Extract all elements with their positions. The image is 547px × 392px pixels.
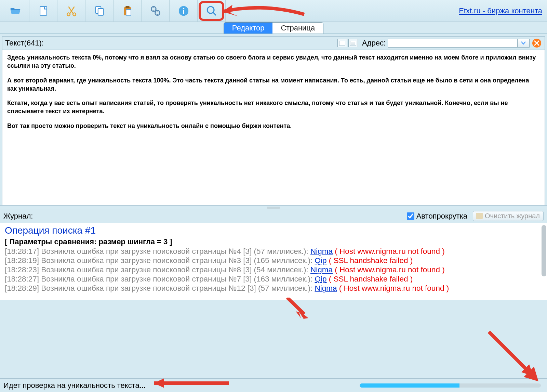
stop-button[interactable] (532, 38, 542, 48)
autoscroll-checkbox[interactable] (407, 212, 414, 220)
svg-rect-4 (98, 8, 103, 15)
operation-title: Операция поиска #1 (5, 225, 542, 236)
engine-link[interactable]: Nigma (315, 284, 337, 292)
arrow-annotation (485, 328, 544, 387)
engine-link[interactable]: Qip (315, 275, 326, 283)
svg-point-2 (73, 13, 76, 16)
address-label: Адрес: (362, 39, 386, 48)
paragraph: Кстати, когда у вас есть опыт написания … (7, 99, 540, 116)
clear-journal-button[interactable]: Очистить журнал (473, 211, 544, 221)
tab-page[interactable]: Страница (272, 23, 323, 34)
text-count-label: Текст(641): (5, 39, 44, 48)
log-line: [18:28:19] Возникла ошибка при загрузке … (5, 256, 542, 265)
svg-point-11 (183, 8, 184, 9)
svg-rect-12 (183, 10, 184, 14)
info-button[interactable] (170, 0, 198, 22)
view-detail-button[interactable] (348, 39, 358, 47)
paste-button[interactable] (114, 0, 142, 22)
splitter[interactable] (0, 205, 547, 209)
editor-textarea[interactable]: Здесь уникальность текста 0%, потому что… (2, 50, 545, 205)
params-line: [ Параметры сравнения: размер шингла = 3… (5, 237, 542, 246)
engine-link[interactable]: Qip (315, 256, 326, 265)
view-simple-button[interactable] (337, 39, 347, 47)
progress-bar (360, 383, 541, 388)
address-input[interactable] (388, 39, 518, 48)
open-button[interactable] (1, 0, 29, 22)
highlight-annotation (199, 1, 224, 21)
svg-rect-7 (126, 9, 131, 15)
etxt-link[interactable]: Etxt.ru - биржа контента (459, 6, 542, 15)
svg-point-1 (67, 13, 70, 16)
status-text: Идет проверка на уникальность текста... (3, 381, 146, 390)
journal-title: Журнал: (3, 212, 33, 221)
svg-rect-14 (339, 41, 345, 45)
paragraph: А вот второй вариант, где уникальность т… (7, 76, 540, 93)
log-line: [18:28:29] Возникла ошибка при загрузке … (5, 284, 542, 293)
engine-link[interactable]: Nigma (310, 247, 333, 256)
copy-button[interactable] (85, 0, 114, 22)
log-line: [18:28:27] Возникла ошибка при загрузке … (5, 275, 542, 284)
address-dropdown[interactable] (517, 39, 530, 48)
status-bar: Идет проверка на уникальность текста... (0, 378, 547, 392)
scrollbar-thumb[interactable] (542, 225, 546, 276)
tab-editor[interactable]: Редактор (224, 23, 273, 34)
log-line: [18:28:17] Возникла ошибка при загрузке … (5, 247, 542, 256)
journal-body: Операция поиска #1 [ Параметры сравнения… (0, 223, 547, 300)
svg-rect-6 (125, 6, 129, 8)
paragraph: Здесь уникальность текста 0%, потому что… (7, 53, 540, 70)
new-button[interactable] (29, 0, 57, 22)
search-button[interactable] (198, 0, 226, 22)
arrow-annotation (284, 298, 311, 322)
svg-rect-0 (40, 6, 47, 15)
paragraph: Вот так просто можно проверить текст на … (7, 122, 540, 130)
engine-link[interactable]: Nigma (310, 265, 333, 274)
autoscroll-label: Автопрокрутка (416, 212, 467, 221)
text-header: Текст(641): Адрес: (2, 36, 545, 50)
cut-button[interactable] (57, 0, 85, 22)
journal-header: Журнал: Автопрокрутка Очистить журнал (0, 209, 547, 223)
main-toolbar: Etxt.ru - биржа контента (0, 0, 547, 22)
settings-button[interactable] (142, 0, 170, 22)
tabs-row: Редактор Страница (0, 22, 547, 34)
log-line: [18:28:23] Возникла ошибка при загрузке … (5, 265, 542, 274)
